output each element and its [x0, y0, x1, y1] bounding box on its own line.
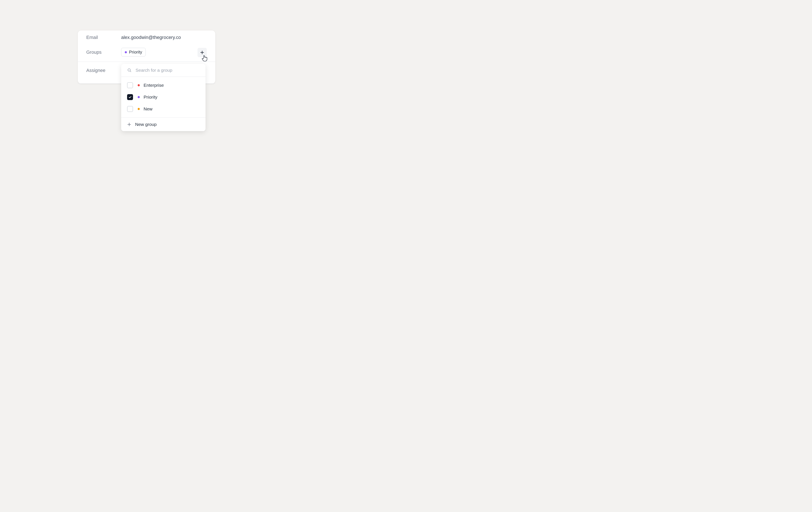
group-option-new[interactable]: New	[121, 103, 206, 115]
group-option-label: Priority	[144, 94, 157, 99]
tag-dot-icon	[125, 51, 127, 53]
group-options-list: Enterprise Priority New	[121, 77, 206, 118]
group-option-label: Enterprise	[144, 83, 164, 88]
plus-icon	[200, 50, 204, 55]
new-group-label: New group	[135, 122, 157, 127]
email-row: Email alex.goodwin@thegrocery.co	[78, 30, 215, 45]
group-tag-priority[interactable]: Priority	[121, 48, 146, 56]
checkbox-unchecked[interactable]	[127, 106, 133, 112]
email-label: Email	[86, 35, 121, 40]
add-group-button[interactable]	[198, 48, 207, 57]
checkbox-checked[interactable]	[127, 94, 133, 100]
checkbox-unchecked[interactable]	[127, 82, 133, 88]
group-option-priority[interactable]: Priority	[121, 91, 206, 103]
new-group-button[interactable]: New group	[121, 118, 206, 131]
check-icon	[128, 95, 132, 99]
groups-label: Groups	[86, 50, 121, 55]
search-icon	[127, 68, 132, 73]
assignee-label: Assignee	[86, 68, 106, 73]
tag-label: Priority	[129, 50, 142, 55]
group-option-enterprise[interactable]: Enterprise	[121, 79, 206, 91]
group-dot-icon	[138, 96, 140, 98]
group-option-label: New	[144, 107, 152, 112]
search-row	[121, 64, 206, 77]
group-dot-icon	[138, 108, 140, 110]
email-value: alex.goodwin@thegrocery.co	[121, 35, 181, 40]
groups-row: Groups Priority	[78, 45, 215, 62]
group-dot-icon	[138, 84, 140, 86]
plus-icon	[127, 122, 131, 126]
group-search-input[interactable]	[136, 68, 200, 73]
group-dropdown: Enterprise Priority New New	[121, 64, 206, 131]
